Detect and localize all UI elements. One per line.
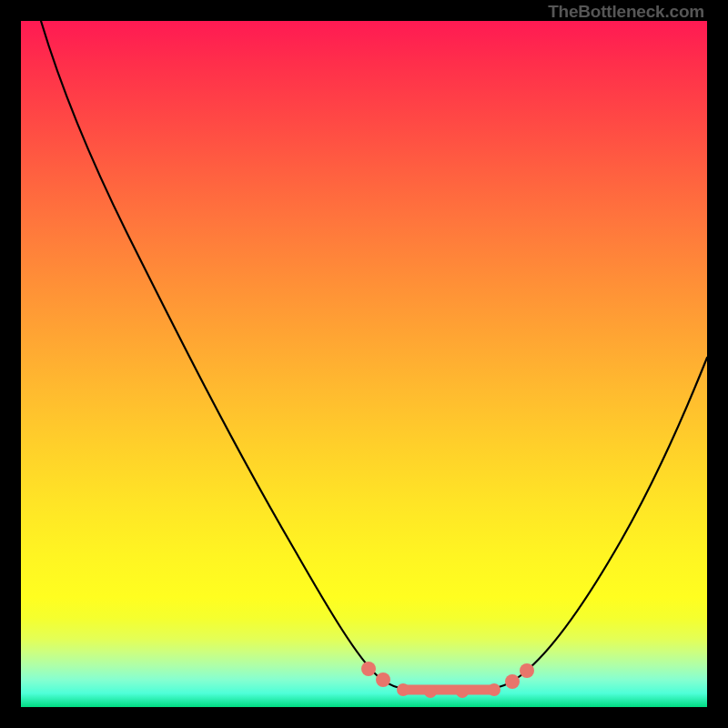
marker-dot bbox=[456, 685, 469, 698]
watermark-label: TheBottleneck.com bbox=[548, 2, 704, 22]
gradient-background bbox=[21, 21, 707, 707]
marker-dot bbox=[424, 685, 437, 698]
marker-dot bbox=[505, 674, 520, 689]
chart-frame: TheBottleneck.com bbox=[0, 0, 728, 728]
marker-dot bbox=[361, 662, 376, 676]
marker-dot bbox=[376, 672, 390, 687]
marker-dot bbox=[397, 683, 410, 696]
marker-dot bbox=[488, 683, 500, 696]
bottleneck-curve bbox=[41, 21, 707, 692]
chart-svg bbox=[21, 21, 707, 707]
marker-dot bbox=[520, 663, 534, 678]
